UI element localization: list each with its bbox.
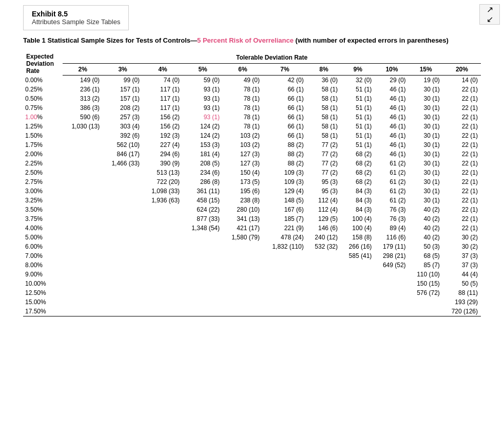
value-cell: 390 (9) bbox=[143, 159, 183, 168]
value-cell: 88 (2) bbox=[263, 159, 307, 168]
value-cell: 88 (2) bbox=[263, 150, 307, 159]
value-cell: 95 (3) bbox=[307, 186, 341, 196]
table-row: 1.25%1,030 (13)303 (4)156 (2)124 (2)78 (… bbox=[23, 122, 481, 131]
value-cell bbox=[103, 168, 143, 177]
value-cell: 22 (1) bbox=[443, 150, 481, 159]
value-cell bbox=[375, 297, 409, 307]
value-cell: 266 (16) bbox=[341, 242, 375, 251]
value-cell bbox=[103, 297, 143, 307]
deviation-rate-cell: 3.75% bbox=[23, 214, 63, 223]
value-cell bbox=[223, 288, 263, 297]
expand-button[interactable]: ↗↙ bbox=[479, 4, 500, 25]
value-cell bbox=[63, 307, 103, 316]
value-cell bbox=[103, 307, 143, 316]
value-cell: 61 (2) bbox=[375, 159, 409, 168]
table-row: 2.00%846 (17)294 (6)181 (4)127 (3)88 (2)… bbox=[23, 150, 481, 159]
value-cell: 117 (1) bbox=[143, 85, 183, 94]
value-cell bbox=[223, 270, 263, 279]
value-cell: 78 (1) bbox=[223, 94, 263, 103]
value-cell bbox=[143, 233, 183, 242]
value-cell: 66 (1) bbox=[263, 103, 307, 113]
deviation-rate-cell: 0.50% bbox=[23, 94, 63, 103]
value-cell bbox=[307, 307, 341, 316]
deviation-rate-cell: 15.00% bbox=[23, 297, 63, 307]
value-cell: 193 (29) bbox=[443, 297, 481, 307]
value-cell: 30 (1) bbox=[409, 140, 443, 150]
value-cell: 30 (1) bbox=[409, 150, 443, 159]
value-cell bbox=[63, 242, 103, 251]
table-row: 1.50%392 (6)192 (3)124 (2)103 (2)66 (1)5… bbox=[23, 131, 481, 140]
table-row: 3.00%1,098 (33)361 (11)195 (6)129 (4)95 … bbox=[23, 186, 481, 196]
value-cell: 88 (11) bbox=[443, 288, 481, 297]
table-row: 2.50%513 (13)234 (6)150 (4)109 (3)77 (2)… bbox=[23, 168, 481, 177]
value-cell: 99 (0) bbox=[103, 76, 143, 85]
value-cell: 313 (2) bbox=[63, 94, 103, 103]
value-cell: 30 (2) bbox=[443, 242, 481, 251]
value-cell: 624 (22) bbox=[183, 205, 223, 214]
value-cell: 1,348 (54) bbox=[183, 223, 223, 233]
value-cell: 85 (7) bbox=[409, 260, 443, 270]
value-cell bbox=[63, 297, 103, 307]
value-cell: 46 (1) bbox=[375, 131, 409, 140]
value-cell: 236 (1) bbox=[63, 85, 103, 94]
value-cell bbox=[143, 251, 183, 260]
value-cell: 40 (2) bbox=[409, 233, 443, 242]
value-cell bbox=[341, 270, 375, 279]
table-row: 1.75%562 (10)227 (4)153 (3)103 (2)88 (2)… bbox=[23, 140, 481, 150]
deviation-rate-cell: 2.00% bbox=[23, 150, 63, 159]
value-cell: 58 (1) bbox=[307, 103, 341, 113]
value-cell: 40 (2) bbox=[409, 223, 443, 233]
value-cell bbox=[103, 223, 143, 233]
value-cell bbox=[143, 242, 183, 251]
value-cell: 66 (1) bbox=[263, 94, 307, 103]
value-cell bbox=[183, 307, 223, 316]
value-cell bbox=[263, 297, 307, 307]
value-cell bbox=[375, 288, 409, 297]
col-header: 2% bbox=[63, 63, 103, 75]
value-cell: 129 (5) bbox=[307, 214, 341, 223]
value-cell bbox=[63, 223, 103, 233]
value-cell bbox=[223, 242, 263, 251]
value-cell bbox=[63, 205, 103, 214]
value-cell: 303 (4) bbox=[103, 122, 143, 131]
value-cell: 30 (1) bbox=[409, 85, 443, 94]
value-cell: 61 (2) bbox=[375, 196, 409, 205]
deviation-rate-cell: 6.00% bbox=[23, 242, 63, 251]
value-cell bbox=[183, 288, 223, 297]
col-header: 20% bbox=[443, 63, 481, 75]
value-cell: 22 (1) bbox=[443, 113, 481, 122]
value-cell bbox=[223, 297, 263, 307]
value-cell: 221 (9) bbox=[263, 223, 307, 233]
table-row: 3.50%624 (22)280 (10)167 (6)112 (4)84 (3… bbox=[23, 205, 481, 214]
caption-end: (with number of expected errors in paren… bbox=[294, 36, 449, 44]
deviation-rate-cell: 0.25% bbox=[23, 85, 63, 94]
value-cell: 157 (1) bbox=[103, 94, 143, 103]
value-cell bbox=[103, 279, 143, 288]
col-header: 10% bbox=[375, 63, 409, 75]
value-cell: 195 (6) bbox=[223, 186, 263, 196]
table-row: 4.00%1,348 (54)421 (17)221 (9)146 (6)100… bbox=[23, 223, 481, 233]
deviation-rate-cell: 2.50% bbox=[23, 168, 63, 177]
col-header: 15% bbox=[409, 63, 443, 75]
value-cell: 76 (3) bbox=[375, 205, 409, 214]
value-cell bbox=[143, 288, 183, 297]
value-cell bbox=[307, 297, 341, 307]
value-cell bbox=[263, 307, 307, 316]
value-cell: 93 (1) bbox=[183, 103, 223, 113]
value-cell: 32 (0) bbox=[341, 76, 375, 85]
value-cell: 50 (5) bbox=[443, 279, 481, 288]
value-cell: 227 (4) bbox=[143, 140, 183, 150]
caption-plain: Table 1 Statistical Sample Sizes for Tes… bbox=[23, 36, 197, 44]
value-cell: 112 (4) bbox=[307, 196, 341, 205]
value-cell bbox=[409, 297, 443, 307]
value-cell: 146 (6) bbox=[307, 223, 341, 233]
value-cell bbox=[341, 260, 375, 270]
value-cell: 61 (2) bbox=[375, 177, 409, 186]
value-cell: 112 (4) bbox=[307, 205, 341, 214]
value-cell bbox=[341, 297, 375, 307]
top-bar: Exhibit 8.5 Attributes Sample Size Table… bbox=[0, 0, 504, 30]
table-row: 0.75%386 (3)208 (2)117 (1)93 (1)78 (1)66… bbox=[23, 103, 481, 113]
value-cell: 208 (5) bbox=[183, 159, 223, 168]
value-cell: 117 (1) bbox=[143, 103, 183, 113]
value-cell bbox=[63, 131, 103, 140]
